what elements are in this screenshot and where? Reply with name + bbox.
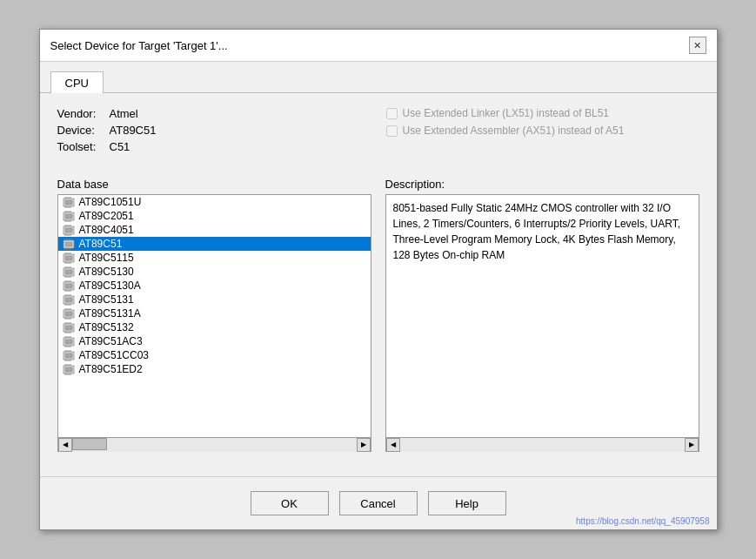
select-device-dialog: Select Device for Target 'Target 1'... ✕… [39,29,718,530]
ok-button[interactable]: OK [251,491,329,515]
list-item[interactable]: AT89C51AC3 [58,334,371,348]
toolset-value: C51 [110,140,157,153]
list-item-name: AT89C5115 [79,252,134,264]
linker-option-row: Use Extended Linker (LX51) instead of BL… [386,107,699,119]
list-item[interactable]: AT89C4051 [58,223,371,237]
list-item[interactable]: AT89C5131 [58,293,371,306]
watermark: https://blog.csdn.net/qq_45907958 [576,516,709,526]
device-info: Vendor: Atmel Device: AT89C51 Toolset: C… [57,107,157,153]
svg-rect-121 [65,367,72,372]
linker-checkbox[interactable] [386,108,398,119]
database-label: Data base [57,178,371,191]
list-item[interactable]: AT89C5131A [58,306,371,320]
list-item[interactable]: AT89C51CC03 [58,348,371,362]
chip-icon [62,363,76,375]
assembler-label: Use Extended Assembler (AX51) instead of… [403,125,625,137]
desc-hscroll-right-btn[interactable]: ▶ [685,438,699,452]
svg-rect-51 [65,270,72,274]
list-item[interactable]: AT89C51ED2 [58,362,371,376]
list-item-name: AT89C51ED2 [79,363,143,375]
list-item-name: AT89C1051U [79,196,142,208]
svg-rect-101 [65,340,72,344]
list-item-name: AT89C51CC03 [79,349,149,361]
svg-rect-111 [65,354,72,358]
chip-icon [62,293,76,306]
database-panel: Data base AT89C1051U [57,178,371,452]
assembler-option-row: Use Extended Assembler (AX51) instead of… [386,125,699,137]
hscroll-track[interactable] [72,438,357,452]
list-item-name: AT89C5130 [79,266,134,278]
list-item-name: AT89C5132 [79,321,134,333]
chip-icon [62,252,76,264]
svg-rect-11 [65,214,72,219]
linker-label: Use Extended Linker (LX51) instead of BL… [403,107,609,119]
description-text: 8051-based Fully Static 24MHz CMOS contr… [385,194,699,438]
description-panel: Description: 8051-based Fully Static 24M… [385,178,699,452]
svg-rect-71 [65,298,72,302]
list-item-name: AT89C5131A [79,307,141,320]
desc-hscroll-track[interactable] [400,438,685,452]
hscroll-right-btn[interactable]: ▶ [357,438,371,452]
listbox-inner: AT89C1051U AT89C2051 AT89C4051 [58,195,371,376]
list-item[interactable]: AT89C51 [58,237,371,251]
chip-icon [62,321,76,333]
list-item[interactable]: AT89C1051U [58,195,371,209]
list-item[interactable]: AT89C5115 [58,251,371,265]
database-hscroll[interactable]: ◀ ▶ [57,438,371,452]
dialog-body: Vendor: Atmel Device: AT89C51 Toolset: C… [40,93,717,466]
svg-rect-41 [65,256,72,260]
svg-rect-91 [65,326,72,330]
list-item[interactable]: AT89C5132 [58,320,371,334]
list-item-name: AT89C5130A [79,280,141,292]
assembler-checkbox[interactable] [386,125,398,137]
titlebar: Select Device for Target 'Target 1'... ✕ [40,30,717,62]
list-item-name: AT89C51 [79,238,123,250]
description-label: Description: [385,178,699,191]
chip-icon [62,224,76,236]
tab-cpu[interactable]: CPU [50,71,104,93]
list-item[interactable]: AT89C2051 [58,209,371,223]
vendor-value: Atmel [110,107,157,120]
device-value: AT89C51 [110,124,157,137]
list-item[interactable]: AT89C5130 [58,265,371,279]
cancel-button[interactable]: Cancel [339,491,418,515]
list-item-name: AT89C2051 [79,210,134,222]
hscroll-thumb[interactable] [72,438,107,450]
hscroll-left-btn[interactable]: ◀ [58,438,72,452]
dialog-title: Select Device for Target 'Target 1'... [50,39,228,52]
svg-rect-1 [65,200,72,205]
chip-icon [62,238,76,250]
list-item[interactable]: AT89C5130A [58,279,371,293]
chip-icon [62,349,76,361]
chip-icon [62,307,76,320]
device-label: Device: [57,124,110,137]
main-content: Data base AT89C1051U [57,178,699,452]
close-button[interactable]: ✕ [689,37,706,54]
svg-rect-21 [65,228,72,232]
device-listbox[interactable]: AT89C1051U AT89C2051 AT89C4051 [57,194,371,438]
description-hscroll[interactable]: ◀ ▶ [385,438,699,452]
vendor-label: Vendor: [57,107,110,120]
chip-icon [62,210,76,222]
options-area: Use Extended Linker (LX51) instead of BL… [386,107,699,167]
svg-rect-81 [65,312,72,316]
chip-icon [62,266,76,278]
tab-bar: CPU [40,62,717,93]
list-item-name: AT89C4051 [79,224,134,236]
chip-icon [62,280,76,292]
list-item-name: AT89C5131 [79,293,134,306]
svg-rect-31 [65,242,72,246]
desc-hscroll-left-btn[interactable]: ◀ [386,438,400,452]
chip-icon [62,196,76,208]
list-item-name: AT89C51AC3 [79,335,143,347]
help-button[interactable]: Help [428,491,506,515]
svg-rect-61 [65,284,72,288]
toolset-label: Toolset: [57,140,110,153]
chip-icon [62,335,76,347]
